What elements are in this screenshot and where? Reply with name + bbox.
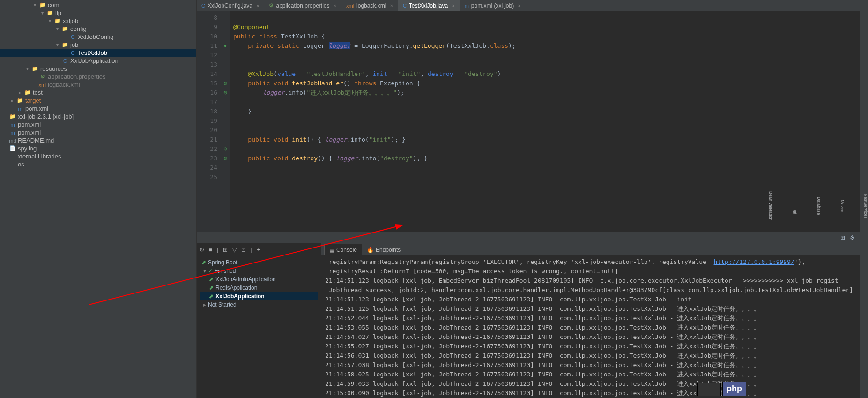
tree-item[interactable]: mpom.xml [0,120,196,128]
close-icon[interactable]: × [256,3,259,8]
tree-item[interactable]: mdREADME.md [0,136,196,144]
editor-tab[interactable]: CXxlJobConfig.java× [197,0,264,11]
close-icon[interactable]: × [334,3,336,8]
console-tabs: ▤Console🔥Endpoints [321,243,868,255]
close-icon[interactable]: × [518,3,520,8]
tree-item[interactable]: ▾📁job [0,41,196,49]
tree-item[interactable]: xternal Libraries [0,152,196,160]
add-icon[interactable]: + [257,247,260,253]
run-toolbar: ↻ ■ | ⊞ ▽ ⊡ | + [197,243,321,256]
tree-item[interactable]: 📄spy.log [0,144,196,152]
tree-item[interactable]: ▾📁llp [0,9,196,17]
tree-item[interactable]: 📁xxl-job-2.3.1 [xxl-job] [0,113,196,120]
tree-item[interactable]: CTestXxlJob [0,49,196,57]
tool-window-button[interactable]: Maven [840,200,845,212]
grid-icon[interactable]: ⊞ [223,247,228,253]
tool-window-button[interactable]: Bean Validation [768,191,773,220]
close-icon[interactable]: × [452,3,454,8]
editor-tab[interactable]: xmllogback.xml× [341,0,398,11]
layout-icon[interactable]: ⊡ [241,247,246,253]
right-tool-strip: RestServicesMavenDatabase设备Bean Validati… [860,0,868,398]
run-config-item[interactable]: ⬈XxlJobAdminApplication [200,275,318,284]
tree-item[interactable]: ▸📁test [0,89,196,97]
tree-item[interactable]: CXxlJobConfig [0,33,196,41]
console-tab[interactable]: ▤Console [324,244,362,255]
rerun-icon[interactable]: ↻ [200,247,204,253]
run-notstarted[interactable]: ▸Not Started [200,300,318,309]
tool-window-button[interactable]: RestServices [863,194,868,218]
tree-item[interactable]: ▾📁resources [0,65,196,73]
run-header[interactable]: ⬈Spring Boot [200,258,318,267]
close-icon[interactable]: × [390,3,393,8]
console-output[interactable]: registryParam:RegistryParam{registryGrou… [321,255,857,398]
tree-item[interactable]: mpom.xml [0,105,196,113]
editor-tab[interactable]: mpom.xml (xxl-job)× [460,0,526,11]
tree-item[interactable]: ▾📁com [0,1,196,9]
project-tree[interactable]: ▾📁com▾📁llp▾📁xxljob▾📁configCXxlJobConfig▾… [0,0,196,398]
tree-item[interactable]: ▾📁xxljob [0,17,196,25]
tree-item[interactable]: ⚙application.properties [0,73,196,81]
tool-window-button[interactable]: Database [816,197,821,215]
run-config-item[interactable]: ⬈RedisApplication [200,284,318,292]
tree-item[interactable]: es [0,160,196,168]
editor-tab[interactable]: ⚙application.properties× [264,0,341,11]
editor-tabs: CXxlJobConfig.java×⚙application.properti… [197,0,868,11]
filter-icon[interactable]: ▽ [232,247,237,253]
tree-item[interactable]: xmllogback.xml [0,81,196,89]
run-finished[interactable]: ▾✓Finished [200,267,318,275]
php-badge: php [722,382,746,396]
cn-badge [697,383,721,396]
stop-icon[interactable]: ■ [209,247,212,253]
run-config-item[interactable]: ⬈XxlJobApplication [200,292,318,300]
settings-icon[interactable]: ⚙ [850,234,855,241]
layout-icon[interactable]: ⊞ [840,234,845,241]
editor-tab[interactable]: CTestXxlJob.java× [398,0,460,11]
tree-item[interactable]: mpom.xml [0,128,196,136]
tree-item[interactable]: ▾📁config [0,25,196,33]
tree-item[interactable]: ▸📁target [0,97,196,105]
console-tab[interactable]: 🔥Endpoints [362,244,405,255]
tree-item[interactable]: CXxlJobApplication [0,57,196,65]
